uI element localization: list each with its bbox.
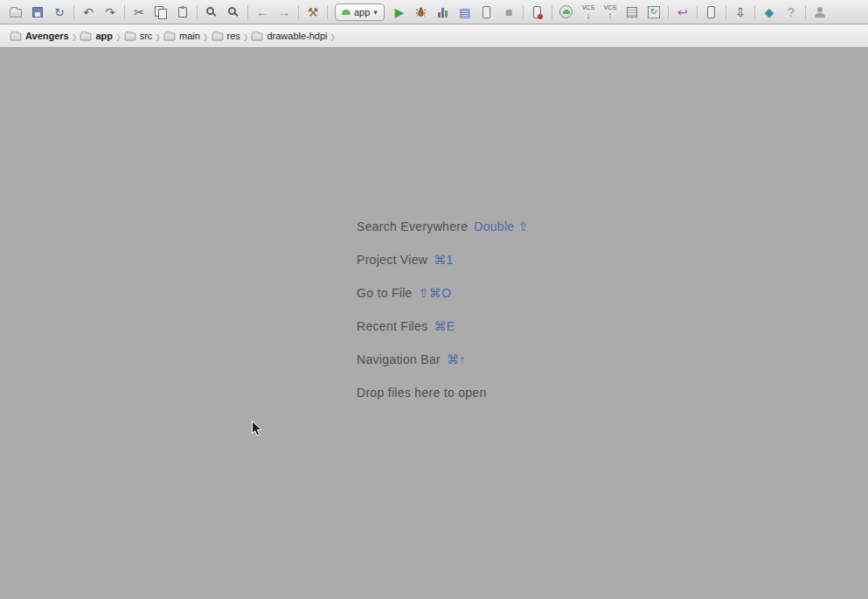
profiler-button[interactable]: ▤ — [455, 3, 476, 22]
toolbar-separator — [197, 5, 198, 19]
hint-recent-files: Recent Files ⌘E — [357, 310, 529, 343]
toolbar-separator — [247, 5, 248, 19]
hint-label: Go to File — [357, 286, 413, 300]
android-monitor-icon — [559, 5, 573, 18]
avd-manager-button[interactable] — [701, 3, 722, 22]
run-button[interactable]: ▶ — [389, 3, 410, 22]
hint-search-everywhere: Search Everywhere Double ⇧ — [357, 210, 529, 243]
toolbar-separator — [298, 5, 299, 19]
android-head-icon — [563, 10, 570, 14]
breadcrumb-separator-icon: › — [331, 26, 336, 45]
undo-button[interactable]: ↶ — [78, 3, 99, 22]
user-button[interactable] — [809, 3, 830, 22]
replace-icon — [228, 7, 236, 15]
save-all-button[interactable] — [27, 3, 48, 22]
breadcrumb-label: res — [227, 31, 240, 41]
run-with-coverage-button[interactable] — [433, 3, 454, 22]
breadcrumb-label: Avengers — [25, 31, 69, 41]
sync-icon: ↻ — [54, 6, 65, 18]
folder-icon — [164, 33, 176, 41]
toolbar-separator — [668, 5, 669, 19]
attach-to-android-process-button[interactable] — [527, 3, 548, 22]
android-debug-icon — [533, 6, 541, 18]
breadcrumb-label: src — [140, 31, 153, 41]
gradle-sync-button[interactable]: ↻ — [643, 3, 664, 22]
vcs-commit-button[interactable]: VCS ↑ — [600, 3, 621, 22]
vcs-commit-icon: VCS ↑ — [604, 4, 616, 20]
android-device-monitor-button[interactable] — [556, 3, 577, 22]
breadcrumb-item-app[interactable]: app — [77, 29, 115, 43]
vcs-update-button[interactable]: VCS ↓ — [578, 3, 599, 22]
folder-icon — [10, 33, 22, 41]
build-icon: ⚒ — [308, 6, 319, 18]
breadcrumb-item-drawable-hdpi[interactable]: drawable-hdpi — [248, 29, 330, 43]
ide-window: ↻ ↶ ↷ ✂ ← → ⚒ app ▾ ▶ — [0, 0, 868, 599]
coverage-icon — [438, 7, 448, 17]
back-button[interactable]: ← — [252, 3, 273, 22]
make-project-button[interactable]: ⚒ — [302, 3, 323, 22]
breadcrumb-item-res[interactable]: res — [209, 29, 243, 43]
folder-icon — [124, 33, 135, 41]
open-button[interactable] — [5, 3, 26, 22]
breadcrumb-item-src[interactable]: src — [122, 29, 156, 43]
sdk-download-icon: ⇩ — [735, 6, 746, 18]
sync-button[interactable]: ↻ — [49, 3, 70, 22]
help-icon: ? — [788, 6, 795, 18]
redo-button[interactable]: ↷ — [100, 3, 121, 22]
hint-navigation-bar: Navigation Bar ⌘↑ — [357, 343, 529, 376]
breadcrumb-item-main[interactable]: main — [161, 29, 203, 43]
toolbar-separator — [726, 5, 726, 19]
breadcrumb-label: drawable-hdpi — [267, 31, 327, 41]
undo-icon: ↶ — [83, 6, 94, 18]
paste-button[interactable] — [172, 3, 193, 22]
hint-shortcut: ⌘↑ — [447, 352, 466, 366]
replace-button[interactable] — [223, 3, 244, 22]
stop-icon: ■ — [505, 6, 512, 18]
copy-button[interactable] — [150, 3, 171, 22]
help-button[interactable]: ? — [781, 3, 802, 22]
toolbar-separator — [805, 5, 806, 19]
run-config-select[interactable]: app ▾ — [335, 3, 385, 21]
project-structure-button[interactable]: ◆ — [759, 3, 780, 22]
hint-shortcut: ⇧⌘O — [419, 286, 452, 300]
cut-button[interactable]: ✂ — [128, 3, 149, 22]
hint-label: Project View — [357, 253, 427, 267]
breadcrumb-separator-icon: › — [116, 26, 121, 45]
arrow-up-icon: ↑ — [608, 10, 613, 20]
hint-label: Navigation Bar — [357, 352, 441, 366]
toolbar-separator — [327, 5, 328, 19]
stop-button[interactable]: ■ — [498, 3, 519, 22]
mouse-cursor-icon — [251, 421, 262, 437]
debug-button[interactable] — [411, 3, 432, 22]
vcs-changes-button[interactable] — [621, 3, 642, 22]
toolbar-separator — [697, 5, 698, 19]
cut-icon: ✂ — [134, 6, 144, 18]
toolbar-separator — [124, 5, 125, 19]
breadcrumb-separator-icon: › — [244, 26, 248, 45]
hint-shortcut: ⌘1 — [434, 253, 453, 267]
open-folder-icon — [10, 9, 22, 17]
breadcrumb-label: main — [179, 31, 200, 41]
attach-debugger-button[interactable] — [476, 3, 497, 22]
paste-icon — [178, 7, 187, 17]
breadcrumb-item-avengers[interactable]: Avengers — [7, 29, 72, 43]
profiler-icon: ▤ — [459, 6, 470, 18]
hint-go-to-file: Go to File ⇧⌘O — [357, 276, 529, 310]
breadcrumb-separator-icon: › — [156, 26, 160, 45]
hint-label: Search Everywhere — [357, 219, 468, 233]
arrow-down-icon: ↓ — [586, 10, 591, 20]
revert-button[interactable]: ↩ — [672, 3, 693, 22]
gradle-sync-icon: ↻ — [648, 6, 660, 18]
hint-label: Drop files here to open — [357, 386, 487, 400]
revert-icon: ↩ — [677, 6, 688, 18]
avd-device-icon — [707, 6, 715, 18]
run-icon: ▶ — [395, 6, 405, 18]
folder-icon — [80, 33, 92, 41]
android-app-icon — [342, 10, 351, 15]
vcs-update-icon: VCS ↓ — [582, 4, 594, 20]
toolbar-separator — [523, 5, 524, 19]
attach-debugger-icon — [483, 6, 490, 18]
sdk-manager-button[interactable]: ⇩ — [730, 3, 751, 22]
forward-button[interactable]: → — [274, 3, 295, 22]
find-button[interactable] — [201, 3, 222, 22]
